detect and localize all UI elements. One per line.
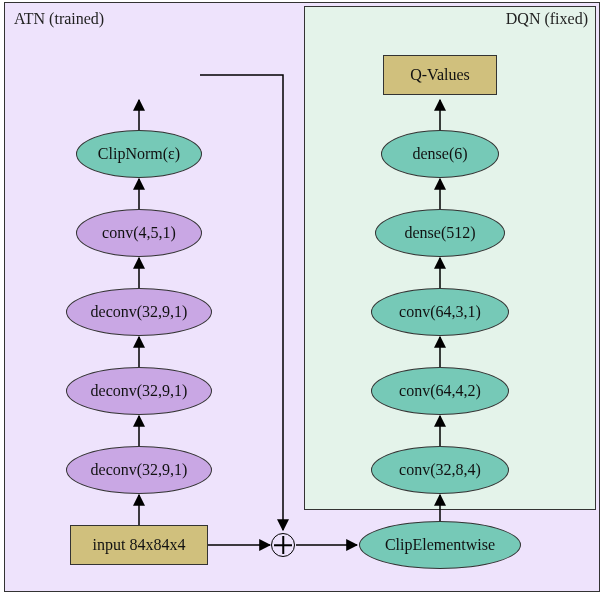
qvalues-node: Q-Values [383, 55, 497, 95]
dqn-conv-32-8-4-label: conv(32,8,4) [399, 461, 481, 479]
atn-deconv-3: deconv(32,9,1) [66, 288, 212, 336]
atn-deconv-1: deconv(32,9,1) [66, 446, 212, 494]
input-node: input 84x84x4 [70, 525, 208, 565]
clipelem-label: ClipElementwise [385, 536, 495, 554]
dqn-conv-64-3-1: conv(64,3,1) [371, 288, 509, 336]
atn-deconv-3-label: deconv(32,9,1) [91, 303, 188, 321]
atn-deconv-2-label: deconv(32,9,1) [91, 382, 188, 400]
input-label: input 84x84x4 [93, 536, 186, 554]
sum-icon [271, 533, 295, 557]
dqn-dense-512-label: dense(512) [404, 224, 475, 242]
dqn-dense-6: dense(6) [381, 130, 499, 178]
dqn-conv-32-8-4: conv(32,8,4) [371, 446, 509, 494]
clipnorm-label: ClipNorm(ε) [98, 145, 180, 163]
diagram-canvas: ATN (trained) DQN (fixed) input 84x84x4 [0, 0, 604, 594]
qvalues-label: Q-Values [410, 66, 470, 84]
dqn-conv-64-4-2: conv(64,4,2) [371, 367, 509, 415]
clipelem-node: ClipElementwise [359, 521, 521, 569]
clipnorm-node: ClipNorm(ε) [76, 130, 202, 178]
atn-deconv-1-label: deconv(32,9,1) [91, 461, 188, 479]
dqn-conv-64-4-2-label: conv(64,4,2) [399, 382, 481, 400]
dqn-dense-6-label: dense(6) [412, 145, 467, 163]
region-dqn-label: DQN (fixed) [506, 10, 588, 28]
dqn-dense-512: dense(512) [375, 209, 505, 257]
atn-deconv-2: deconv(32,9,1) [66, 367, 212, 415]
dqn-conv-64-3-1-label: conv(64,3,1) [399, 303, 481, 321]
atn-conv-label: conv(4,5,1) [102, 224, 176, 242]
atn-conv: conv(4,5,1) [76, 209, 202, 257]
region-atn-label: ATN (trained) [14, 10, 104, 28]
